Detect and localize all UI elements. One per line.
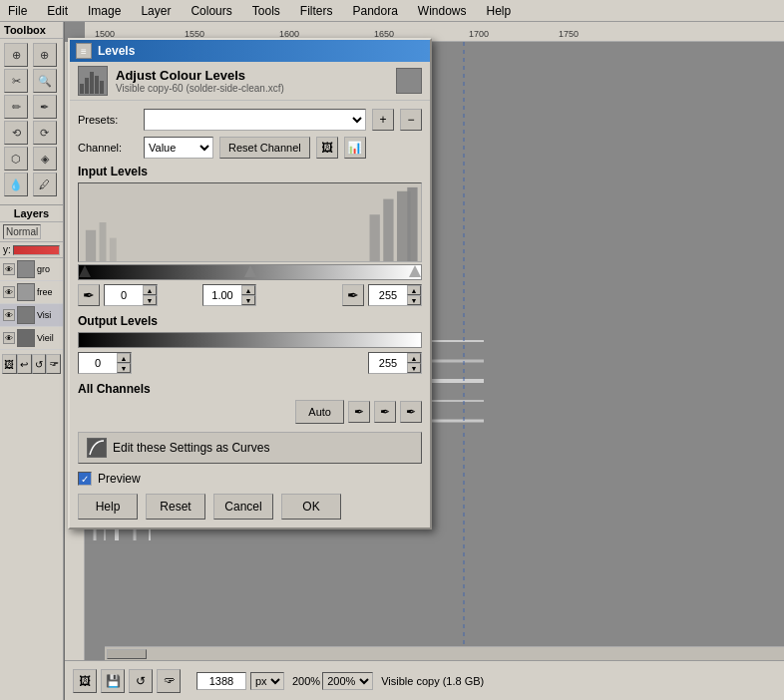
tool-btn-11[interactable]: 💧 xyxy=(4,173,28,196)
menu-colours[interactable]: Colours xyxy=(187,2,235,20)
presets-select[interactable] xyxy=(144,109,366,131)
all-channels-picker-3[interactable]: ✒ xyxy=(400,401,422,423)
reset-button[interactable]: Reset xyxy=(146,494,205,520)
cancel-button[interactable]: Cancel xyxy=(213,494,273,520)
preset-delete-btn[interactable]: − xyxy=(400,109,422,131)
tool-btn-7[interactable]: ⟲ xyxy=(4,121,28,145)
white-spin-arrows: ▲ ▼ xyxy=(407,285,421,305)
layer-action-delete[interactable]: 🖙 xyxy=(46,354,61,374)
svg-rect-15 xyxy=(100,222,107,261)
layer-action-dup[interactable]: ↺ xyxy=(32,354,47,374)
black-value-field[interactable] xyxy=(105,285,143,305)
tool-btn-4[interactable]: 🔍 xyxy=(33,69,57,93)
menu-tools[interactable]: Tools xyxy=(248,2,284,20)
layer-action-eye[interactable]: 🖼 xyxy=(2,354,17,374)
menu-windows[interactable]: Windows xyxy=(414,2,471,20)
black-picker-btn[interactable]: ✒ xyxy=(78,284,100,306)
auto-button[interactable]: Auto xyxy=(295,400,344,424)
tool-btn-5[interactable]: ✏ xyxy=(4,95,28,119)
output-black-field[interactable] xyxy=(79,353,117,373)
black-point-slider[interactable] xyxy=(79,265,91,277)
white-spin-up[interactable]: ▲ xyxy=(407,285,421,295)
status-icon-2[interactable]: 💾 xyxy=(101,669,125,693)
tool-btn-2[interactable]: ⊕ xyxy=(33,43,57,67)
layer-visibility-icon[interactable]: 👁 xyxy=(3,263,15,275)
layers-mode-btn[interactable]: Normal xyxy=(3,224,41,239)
mid-spin-up[interactable]: ▲ xyxy=(241,285,255,295)
menu-filters[interactable]: Filters xyxy=(296,2,337,20)
mid-point-slider[interactable] xyxy=(244,265,256,277)
mid-spin-down[interactable]: ▼ xyxy=(241,295,255,305)
menu-pandora[interactable]: Pandora xyxy=(348,2,401,20)
menu-help[interactable]: Help xyxy=(483,2,516,20)
reset-channel-button[interactable]: Reset Channel xyxy=(219,137,310,159)
unit-select[interactable]: px xyxy=(250,672,284,690)
mid-value-field[interactable] xyxy=(203,285,241,305)
scrollbar-thumb[interactable] xyxy=(107,649,147,659)
preview-label: Preview xyxy=(98,472,141,486)
opacity-bar[interactable] xyxy=(13,245,60,255)
list-item: 👁 free xyxy=(0,281,63,304)
horizontal-scrollbar[interactable] xyxy=(105,646,784,660)
output-levels-label: Output Levels xyxy=(78,314,422,328)
dialog-title: Levels xyxy=(98,44,135,58)
channel-icon-btn-1[interactable]: 🖼 xyxy=(316,137,338,159)
layer-visibility-icon[interactable]: 👁 xyxy=(3,286,15,298)
channel-icon-btn-2[interactable]: 📊 xyxy=(344,137,366,159)
output-white-down[interactable]: ▼ xyxy=(407,363,421,373)
zoom-select[interactable]: 200% xyxy=(322,672,373,690)
tool-btn-6[interactable]: ✒ xyxy=(33,95,57,119)
output-levels-inputs: ▲ ▼ ▲ ▼ xyxy=(78,352,422,374)
dialog-header-preview-thumb xyxy=(396,68,422,94)
status-icon-4[interactable]: 🖙 xyxy=(157,669,181,693)
menu-layer[interactable]: Layer xyxy=(137,2,175,20)
tool-btn-8[interactable]: ⟳ xyxy=(33,121,57,145)
menu-file[interactable]: File xyxy=(4,2,31,20)
output-white-field[interactable] xyxy=(369,353,407,373)
menu-image[interactable]: Image xyxy=(84,2,125,20)
preview-checkbox[interactable]: ✓ xyxy=(78,472,92,486)
white-picker-btn[interactable]: ✒ xyxy=(342,284,364,306)
black-spin-down[interactable]: ▼ xyxy=(143,295,157,305)
status-icon-3[interactable]: ↺ xyxy=(129,669,153,693)
tool-btn-12[interactable]: 🖊 xyxy=(33,173,57,196)
white-value-input[interactable]: ▲ ▼ xyxy=(368,284,422,306)
coord-input[interactable] xyxy=(196,672,246,690)
black-value-input[interactable]: ▲ ▼ xyxy=(104,284,158,306)
input-gradient-slider[interactable] xyxy=(78,264,422,280)
edit-as-curves-button[interactable]: Edit these Settings as Curves xyxy=(78,432,422,464)
tool-btn-10[interactable]: ◈ xyxy=(33,147,57,171)
all-channels-picker-1[interactable]: ✒ xyxy=(348,401,370,423)
mid-value-input[interactable]: ▲ ▼ xyxy=(202,284,256,306)
layer-visibility-icon[interactable]: 👁 xyxy=(3,309,15,321)
black-spin-up[interactable]: ▲ xyxy=(143,285,157,295)
layer-actions: 🖼 ↩ ↺ 🖙 xyxy=(0,350,63,378)
menu-edit[interactable]: Edit xyxy=(43,2,72,20)
tool-btn-3[interactable]: ✂ xyxy=(4,69,28,93)
tool-btn-9[interactable]: ⬡ xyxy=(4,147,28,171)
layer-visibility-icon[interactable]: 👁 xyxy=(3,332,15,344)
channel-select[interactable]: Value Red Green Blue Alpha xyxy=(144,137,213,159)
layer-action-add[interactable]: ↩ xyxy=(17,354,32,374)
output-black-input[interactable]: ▲ ▼ xyxy=(78,352,132,374)
output-black-down[interactable]: ▼ xyxy=(117,363,131,373)
preset-add-btn[interactable]: + xyxy=(372,109,394,131)
white-value-field[interactable] xyxy=(369,285,407,305)
output-gradient-slider[interactable] xyxy=(78,332,422,348)
help-button[interactable]: Help xyxy=(78,494,138,520)
white-spin-down[interactable]: ▼ xyxy=(407,295,421,305)
ok-button[interactable]: OK xyxy=(281,494,341,520)
status-icon-1[interactable]: 🖼 xyxy=(73,669,97,693)
zoom-value: 200% xyxy=(292,675,320,687)
svg-rect-8 xyxy=(80,84,84,94)
layer-name: Vieil xyxy=(37,333,54,343)
output-black-up[interactable]: ▲ xyxy=(117,353,131,363)
histogram-icon xyxy=(80,68,106,94)
presets-label: Presets: xyxy=(78,114,138,126)
white-point-slider[interactable] xyxy=(409,265,421,277)
opacity-label: y: xyxy=(3,244,11,255)
output-white-input[interactable]: ▲ ▼ xyxy=(368,352,422,374)
output-white-up[interactable]: ▲ xyxy=(407,353,421,363)
tool-btn-1[interactable]: ⊕ xyxy=(4,43,28,67)
all-channels-picker-2[interactable]: ✒ xyxy=(374,401,396,423)
